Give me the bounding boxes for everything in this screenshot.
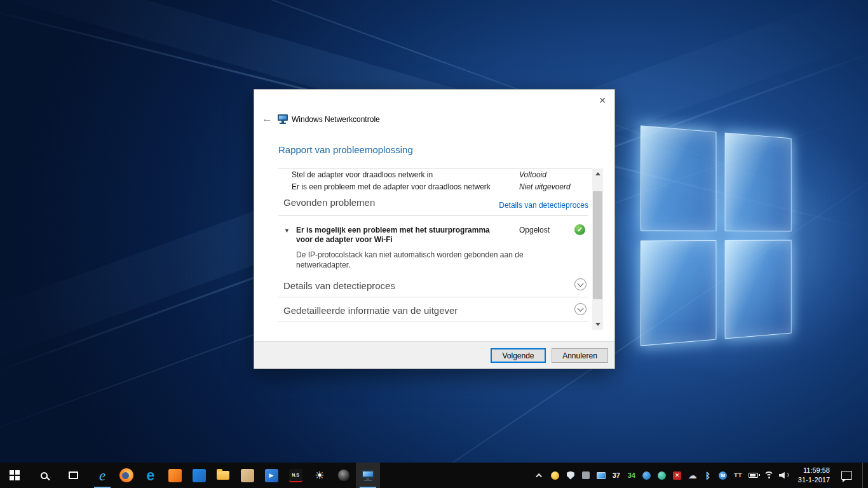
back-button[interactable]: ← bbox=[262, 112, 273, 125]
windows-start-icon bbox=[10, 470, 20, 480]
firefox-icon bbox=[119, 468, 133, 482]
tray-icon-m-app[interactable]: M bbox=[718, 470, 728, 480]
speaker-icon bbox=[779, 471, 789, 479]
cancel-button[interactable]: Annuleren bbox=[552, 348, 608, 363]
section-detection-details[interactable]: Details van detectieproces bbox=[283, 280, 395, 291]
pinned-apps: e e ▶ N.S ☀ bbox=[90, 463, 380, 488]
show-desktop-button[interactable] bbox=[862, 463, 865, 488]
defender-shield-icon bbox=[567, 471, 574, 480]
tray-icon-alert[interactable]: ✕ bbox=[672, 470, 682, 480]
resolved-check-icon: ✓ bbox=[574, 224, 585, 235]
clock-date: 31-1-2017 bbox=[798, 475, 830, 485]
chip-icon bbox=[582, 471, 590, 479]
clock-time: 11:59:58 bbox=[798, 466, 830, 475]
folder-icon bbox=[217, 471, 229, 480]
taskbar: e e ▶ N.S ☀ bbox=[0, 463, 868, 488]
windows-logo bbox=[641, 125, 792, 346]
close-button[interactable]: ✕ bbox=[595, 94, 609, 107]
report-row-label: Er is een probleem met de adapter voor d… bbox=[292, 182, 491, 191]
taskbar-app-edge[interactable]: e bbox=[139, 463, 163, 488]
task-view-icon bbox=[69, 471, 78, 479]
network-diagnostics-icon bbox=[278, 114, 289, 125]
windows-logo-pane bbox=[725, 133, 792, 232]
tray-icon-tt[interactable]: TT bbox=[733, 470, 743, 480]
divider bbox=[278, 297, 588, 297]
wifi-icon bbox=[764, 471, 774, 479]
found-problems-heading: Gevonden problemen bbox=[283, 197, 375, 208]
bluetooth-icon[interactable]: ᛒ bbox=[703, 470, 713, 480]
network-diagnostics-window: ✕ ← Windows Netwerkcontrole Rapport van … bbox=[254, 89, 615, 369]
scrollbar[interactable] bbox=[592, 168, 603, 330]
divider bbox=[278, 215, 588, 216]
cpu-temp-badge[interactable]: 37 bbox=[611, 470, 621, 480]
tray-icon-display[interactable] bbox=[596, 470, 606, 480]
taskbar-app-file-explorer[interactable] bbox=[211, 463, 235, 488]
taskbar-app-firefox[interactable] bbox=[114, 463, 139, 488]
scrollbar-thumb[interactable] bbox=[593, 191, 602, 299]
edge-icon: e bbox=[147, 468, 155, 483]
sun-icon: ☀ bbox=[315, 470, 324, 481]
window-title: Windows Netwerkcontrole bbox=[292, 115, 380, 124]
search-button[interactable] bbox=[29, 463, 58, 488]
tray-icon-chip[interactable] bbox=[581, 470, 591, 480]
taskbar-app-media[interactable]: ▶ bbox=[259, 463, 283, 488]
system-tray: 37 34 ✕ ☁ ᛒ M TT 11:59:58 31-1-2017 bbox=[535, 463, 868, 488]
report-row-status: Niet uitgevoerd bbox=[519, 182, 571, 191]
taskbar-app-tan[interactable] bbox=[235, 463, 259, 488]
tan-app-icon bbox=[241, 469, 254, 482]
detection-details-link[interactable]: Details van detectieproces bbox=[499, 201, 588, 210]
chevron-down-icon[interactable] bbox=[574, 303, 587, 315]
taskbar-app-ns[interactable]: N.S bbox=[283, 463, 308, 488]
orange-app-icon bbox=[168, 469, 182, 482]
red-x-icon: ✕ bbox=[673, 471, 681, 480]
battery-icon bbox=[749, 473, 758, 478]
collapse-triangle-icon[interactable]: ▼ bbox=[284, 227, 290, 234]
search-icon bbox=[41, 472, 48, 479]
internet-explorer-icon: e bbox=[99, 468, 105, 483]
network-diagnostics-taskbar-icon bbox=[362, 470, 374, 481]
volume-indicator[interactable] bbox=[779, 470, 789, 480]
scroll-up-button[interactable] bbox=[592, 168, 603, 179]
wheel-icon bbox=[337, 469, 350, 482]
section-publisher-info[interactable]: Gedetailleerde informatie van de uitgeve… bbox=[283, 305, 458, 316]
windows-logo-pane bbox=[725, 240, 792, 339]
blue-dot-icon bbox=[642, 471, 651, 480]
tray-icon-shield[interactable] bbox=[566, 470, 576, 480]
taskbar-app-wheel[interactable] bbox=[332, 463, 356, 488]
monitor-icon bbox=[597, 472, 606, 479]
chevron-down-icon[interactable] bbox=[574, 278, 587, 290]
action-center-button[interactable] bbox=[841, 471, 852, 480]
issue-title: Er is mogelijk een probleem met het stuu… bbox=[296, 226, 507, 245]
onedrive-icon[interactable]: ☁ bbox=[688, 470, 698, 480]
taskbar-app-settings[interactable]: ☀ bbox=[308, 463, 332, 488]
report-row-label: Stel de adapter voor draadloos netwerk i… bbox=[292, 170, 433, 179]
report-scroll-area: Stel de adapter voor draadloos netwerk i… bbox=[278, 168, 592, 330]
issue-status: Opgelost bbox=[519, 226, 550, 234]
taskbar-app-blue[interactable] bbox=[187, 463, 211, 488]
tray-icon-av[interactable] bbox=[550, 470, 560, 480]
antivirus-icon bbox=[551, 471, 559, 480]
battery-indicator[interactable] bbox=[749, 470, 759, 480]
blue-app-icon bbox=[193, 469, 206, 482]
media-play-icon: ▶ bbox=[265, 469, 278, 482]
task-view-button[interactable] bbox=[58, 463, 88, 488]
start-button[interactable] bbox=[0, 463, 29, 488]
scroll-down-button[interactable] bbox=[592, 319, 603, 330]
network-indicator[interactable] bbox=[764, 470, 774, 480]
windows-logo-pane bbox=[641, 240, 717, 346]
tray-icon-blue-app[interactable] bbox=[642, 470, 652, 480]
divider bbox=[278, 322, 588, 322]
hidden-icons-button[interactable] bbox=[535, 470, 545, 480]
windows-logo-pane bbox=[641, 125, 717, 231]
taskbar-app-internet-explorer[interactable]: e bbox=[90, 463, 114, 488]
taskbar-app-orange[interactable] bbox=[163, 463, 187, 488]
taskbar-clock[interactable]: 11:59:58 31-1-2017 bbox=[794, 466, 834, 485]
gpu-temp-badge[interactable]: 34 bbox=[627, 470, 637, 480]
next-button[interactable]: Volgende bbox=[491, 348, 546, 363]
page-title: Rapport van probleemoplossing bbox=[278, 144, 413, 155]
dialog-footer: Volgende Annuleren bbox=[254, 341, 614, 369]
tray-icon-teal-app[interactable] bbox=[657, 470, 667, 480]
taskbar-app-network-diagnostics[interactable] bbox=[356, 463, 380, 488]
teal-dot-icon bbox=[658, 471, 666, 480]
report-row-status: Voltooid bbox=[519, 170, 546, 179]
